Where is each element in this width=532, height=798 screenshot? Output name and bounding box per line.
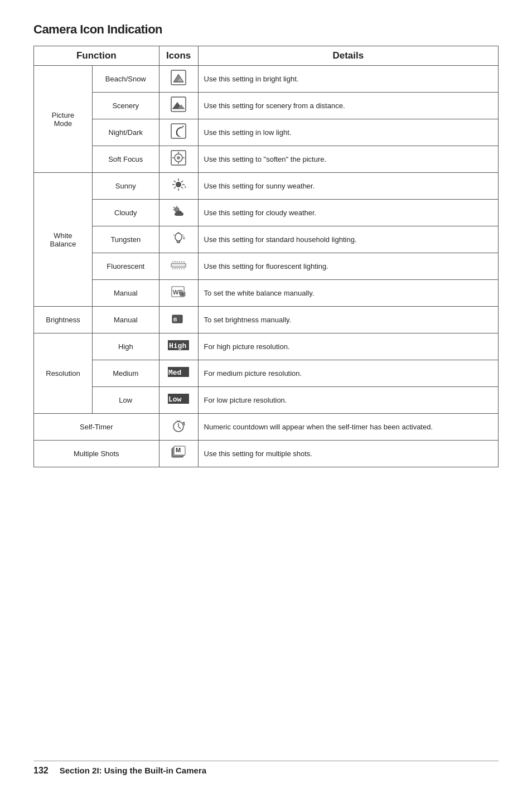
svg-text:M: M bbox=[176, 447, 181, 453]
subname-tungsten: Tungsten bbox=[92, 226, 159, 253]
icon-low: Low bbox=[159, 387, 198, 414]
svg-text:High: High bbox=[169, 342, 186, 350]
subname-softfocus: Soft Focus bbox=[92, 146, 159, 173]
table-row: PictureMode Beach/Snow Use this setting … bbox=[34, 66, 499, 93]
icon-high: High bbox=[159, 333, 198, 360]
detail-softfocus: Use this setting to "soften" the picture… bbox=[198, 146, 498, 173]
svg-line-23 bbox=[181, 187, 183, 188]
subname-beachsnow: Beach/Snow bbox=[92, 66, 159, 93]
icon-manual-wb: WB bbox=[159, 280, 198, 307]
svg-line-40 bbox=[182, 235, 183, 235]
detail-high: For high picture resolution. bbox=[198, 333, 498, 360]
subname-fluorescent: Fluorescent bbox=[92, 253, 159, 280]
detail-medium: For medium picture resolution. bbox=[198, 360, 498, 387]
icon-table: Function Icons Details PictureMode Beach… bbox=[33, 46, 499, 467]
detail-selftimer: Numeric countdown will appear when the s… bbox=[198, 414, 498, 441]
icon-brightness-manual: B bbox=[159, 307, 198, 333]
subname-cloudy: Cloudy bbox=[92, 200, 159, 226]
svg-line-39 bbox=[173, 235, 175, 235]
icon-scenery bbox=[159, 93, 198, 119]
svg-line-24 bbox=[181, 181, 183, 182]
group-resolution: Resolution bbox=[34, 333, 93, 414]
group-selftimer: Self-Timer bbox=[34, 414, 159, 441]
table-row: WhiteBalance Sunny Use this setting bbox=[34, 173, 499, 200]
icon-softfocus bbox=[159, 146, 198, 173]
detail-fluorescent: Use this setting for fluorescent lightin… bbox=[198, 253, 498, 280]
svg-point-17 bbox=[176, 182, 181, 187]
svg-text:Med: Med bbox=[168, 369, 181, 377]
detail-manual-wb: To set the white balance manually. bbox=[198, 280, 498, 307]
detail-brightness-manual: To set brightness manually. bbox=[198, 307, 498, 333]
subname-scenery: Scenery bbox=[92, 93, 159, 119]
svg-line-22 bbox=[174, 181, 176, 182]
detail-beachsnow: Use this setting in bright light. bbox=[198, 66, 498, 93]
svg-point-12 bbox=[177, 156, 180, 159]
svg-line-73 bbox=[178, 427, 181, 429]
table-row: Manual WB To set the white balance manua… bbox=[34, 280, 499, 307]
subname-medium: Medium bbox=[92, 360, 159, 387]
table-row: Soft Focus Use this setting to "soften" … bbox=[34, 146, 499, 173]
group-multipleshots: Multiple Shots bbox=[34, 441, 159, 467]
subname-low: Low bbox=[92, 387, 159, 414]
detail-multipleshots: Use this setting for multiple shots. bbox=[198, 441, 498, 467]
detail-scenery: Use this setting for scenery from a dist… bbox=[198, 93, 498, 119]
icon-fluorescent bbox=[159, 253, 198, 280]
icon-selftimer bbox=[159, 414, 198, 441]
footer: 132 Section 2I: Using the Built-in Camer… bbox=[33, 761, 499, 776]
table-row: Medium Med For medium picture resolution… bbox=[34, 360, 499, 387]
detail-sunny: Use this setting for sunny weather. bbox=[198, 173, 498, 200]
page-title: Camera Icon Indication bbox=[33, 22, 499, 37]
header-function: Function bbox=[34, 46, 159, 66]
detail-low: For low picture resolution. bbox=[198, 387, 498, 414]
subname-manual-wb: Manual bbox=[92, 280, 159, 307]
table-row: Low Low For low picture resolution. bbox=[34, 387, 499, 414]
table-row: Resolution High High For high picture re… bbox=[34, 333, 499, 360]
table-row: Cloudy Use this setting for cloudy weath… bbox=[34, 200, 499, 226]
group-whitebalance: WhiteBalance bbox=[34, 173, 93, 307]
icon-multipleshots: M bbox=[159, 441, 198, 467]
detail-cloudy: Use this setting for cloudy weather. bbox=[198, 200, 498, 226]
footer-page-number: 132 bbox=[33, 766, 49, 776]
svg-point-35 bbox=[176, 211, 182, 215]
subname-brightness-manual: Manual bbox=[92, 307, 159, 333]
svg-point-62 bbox=[181, 293, 183, 296]
icon-nightdark bbox=[159, 119, 198, 146]
table-row: Scenery Use this setting for scenery fro… bbox=[34, 93, 499, 119]
icon-cloudy bbox=[159, 200, 198, 226]
table-row: Tungsten Use this setting for standard h… bbox=[34, 226, 499, 253]
table-row: Night/Dark Use this setting in low light… bbox=[34, 119, 499, 146]
svg-line-25 bbox=[174, 187, 176, 188]
header-details: Details bbox=[198, 46, 498, 66]
icon-med: Med bbox=[159, 360, 198, 387]
svg-text:Low: Low bbox=[168, 395, 182, 404]
table-row: Self-Timer Numeric countdown will appear… bbox=[34, 414, 499, 441]
icon-tungsten bbox=[159, 226, 198, 253]
header-icons: Icons bbox=[159, 46, 198, 66]
svg-rect-45 bbox=[171, 264, 186, 267]
icon-beachsnow bbox=[159, 66, 198, 93]
svg-point-36 bbox=[175, 233, 182, 241]
group-picture-mode: PictureMode bbox=[34, 66, 93, 173]
group-brightness: Brightness bbox=[34, 307, 93, 333]
svg-text:B: B bbox=[173, 317, 177, 322]
detail-nightdark: Use this setting in low light. bbox=[198, 119, 498, 146]
table-row: Multiple Shots M Use this setting for mu… bbox=[34, 441, 499, 467]
subname-nightdark: Night/Dark bbox=[92, 119, 159, 146]
subname-sunny: Sunny bbox=[92, 173, 159, 200]
footer-section-title: Section 2I: Using the Built-in Camera bbox=[60, 766, 206, 775]
table-row: Fluorescent bbox=[34, 253, 499, 280]
detail-tungsten: Use this setting for standard household … bbox=[198, 226, 498, 253]
svg-line-30 bbox=[173, 207, 175, 209]
table-row: Brightness Manual B To set brightness ma… bbox=[34, 307, 499, 333]
icon-sunny bbox=[159, 173, 198, 200]
subname-high: High bbox=[92, 333, 159, 360]
